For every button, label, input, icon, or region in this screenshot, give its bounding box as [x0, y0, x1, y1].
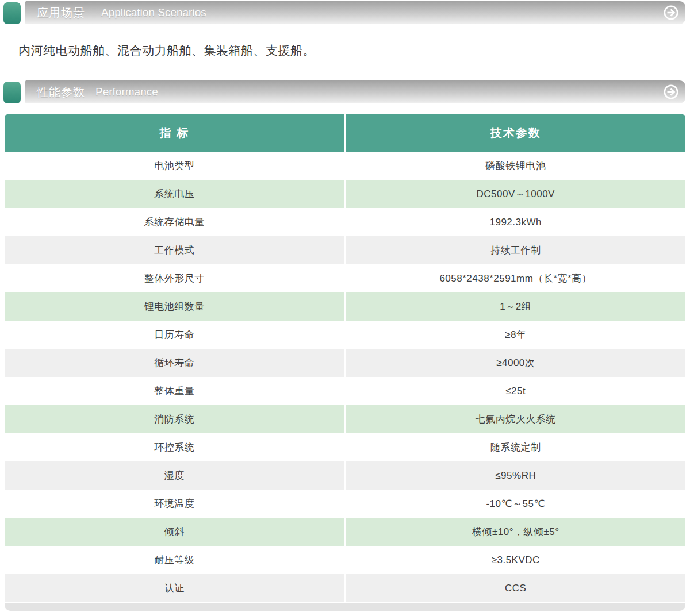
value-cell: ≥3.5KVDC	[346, 546, 686, 574]
indicator-cell: 倾斜	[5, 518, 344, 546]
indicator-cell: 日历寿命	[5, 321, 344, 349]
application-header-bar: 应用场景 Application Scenarios	[25, 1, 685, 24]
table-row: 整体重量≤25t	[5, 377, 685, 405]
table-row: 整体外形尺寸6058*2438*2591mm（长*宽*高）	[5, 264, 685, 292]
indicator-cell: 整体重量	[5, 377, 344, 405]
table-row: 消防系统七氟丙烷灭火系统	[5, 405, 685, 433]
table-row: 湿度≤95%RH	[5, 461, 685, 490]
value-cell: 磷酸铁锂电池	[346, 152, 686, 180]
indicator-cell: 系统电压	[5, 180, 344, 208]
indicator-cell: 环控系统	[5, 433, 344, 461]
indicator-cell: 工作模式	[5, 236, 344, 264]
indicator-cell: 循环寿命	[5, 349, 344, 377]
table-row: 系统存储电量1992.3kWh	[5, 208, 685, 236]
value-cell: 持续工作制	[346, 236, 686, 264]
header-cell-value: 技术参数	[346, 114, 686, 152]
value-cell: 1992.3kWh	[346, 208, 686, 236]
indicator-cell: 整体外形尺寸	[5, 264, 344, 292]
section-header-application: 应用场景 Application Scenarios	[3, 0, 685, 23]
indicator-cell: 系统存储电量	[5, 208, 344, 236]
value-cell: 横倾±10°，纵倾±5°	[346, 518, 686, 546]
teal-accent-square-icon	[3, 2, 21, 24]
indicator-cell: 电池类型	[5, 152, 344, 180]
indicator-cell: 湿度	[5, 461, 344, 490]
table-row: 工作模式持续工作制	[5, 236, 685, 264]
table-row: 电池类型磷酸铁锂电池	[5, 152, 685, 180]
teal-accent-square-icon	[3, 82, 21, 103]
value-cell: 6058*2438*2591mm（长*宽*高）	[346, 264, 686, 292]
indicator-cell: 锂电池组数量	[5, 292, 344, 321]
indicator-cell: 耐压等级	[5, 546, 344, 574]
section-header-performance: 性能参数 Performance	[3, 80, 685, 103]
indicator-cell: 消防系统	[5, 405, 344, 433]
value-cell: CCS	[346, 574, 686, 602]
value-cell: 七氟丙烷灭火系统	[346, 405, 686, 433]
value-cell: -10℃～55℃	[346, 490, 686, 518]
value-cell: ≥4000次	[346, 349, 686, 377]
section-title-zh: 应用场景	[37, 5, 85, 21]
circle-right-arrow-icon	[664, 84, 678, 99]
table-row: 认证CCS	[5, 574, 685, 602]
table-row: 环控系统随系统定制	[5, 433, 685, 461]
table-row: 日历寿命≥8年	[5, 321, 685, 349]
circle-right-arrow-icon	[664, 5, 678, 20]
spec-table: 指 标 技术参数 电池类型磷酸铁锂电池系统电压DC500V～1000V系统存储电…	[5, 114, 685, 611]
value-cell: 1～2组	[346, 292, 686, 321]
table-row: 系统电压DC500V～1000V	[5, 180, 685, 208]
table-row: 循环寿命≥4000次	[5, 349, 685, 377]
value-cell: ≤95%RH	[346, 461, 686, 490]
table-body: 电池类型磷酸铁锂电池系统电压DC500V～1000V系统存储电量1992.3kW…	[5, 152, 685, 602]
section-title-zh: 性能参数	[37, 84, 85, 100]
indicator-cell: 环境温度	[5, 490, 344, 518]
header-cell-indicator: 指 标	[5, 114, 344, 152]
table-row: 耐压等级≥3.5KVDC	[5, 546, 685, 574]
section-title-en: Application Scenarios	[101, 6, 206, 19]
table-bottom-edge	[5, 603, 685, 611]
value-cell: ≤25t	[346, 377, 686, 405]
application-scenarios-text: 内河纯电动船舶、混合动力船舶、集装箱船、支援船。	[18, 43, 672, 59]
value-cell: 随系统定制	[346, 433, 686, 461]
table-header-row: 指 标 技术参数	[5, 114, 685, 152]
indicator-cell: 认证	[5, 574, 344, 602]
table-row: 锂电池组数量1～2组	[5, 292, 685, 321]
value-cell: DC500V～1000V	[346, 180, 686, 208]
section-title-en: Performance	[95, 86, 158, 98]
table-row: 环境温度-10℃～55℃	[5, 490, 685, 518]
table-row: 倾斜横倾±10°，纵倾±5°	[5, 518, 685, 546]
value-cell: ≥8年	[346, 321, 686, 349]
performance-header-bar: 性能参数 Performance	[25, 80, 685, 103]
